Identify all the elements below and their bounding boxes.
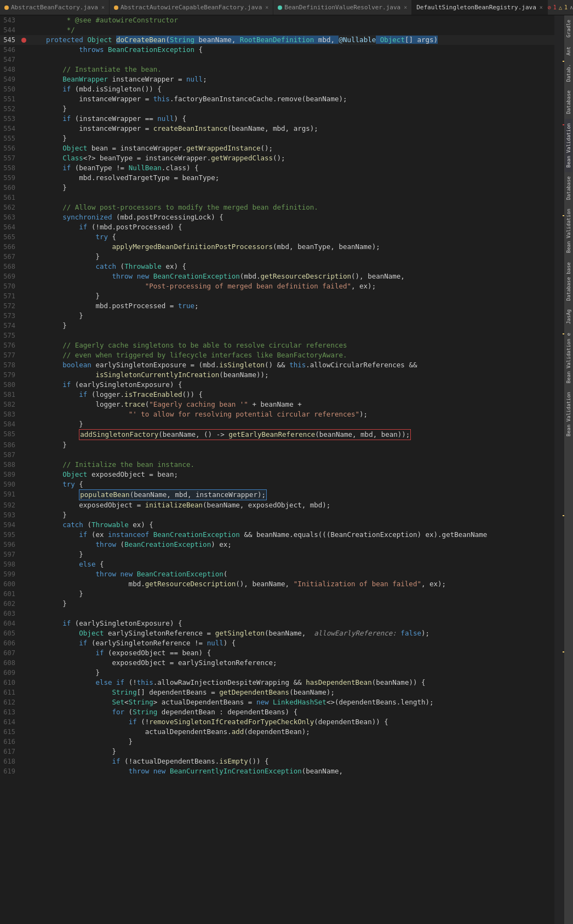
code-591: populateBean(beanName, mbd, instanceWrap… [27, 489, 554, 500]
gi-543 [20, 15, 27, 25]
code-553: if (instanceWrapper == null) { [27, 114, 554, 124]
breakpoint-dot[interactable] [21, 38, 26, 43]
tab-abstractbeanfactory[interactable]: AbstractBeanFactory.java × [0, 0, 110, 15]
line-row-552: 552 } [0, 104, 554, 114]
tab-beandefinitionvalue[interactable]: BeanDefinitionValueResolver.java × [273, 0, 412, 15]
panel-label-beanval4[interactable]: Bean Validation [565, 388, 572, 441]
panel-label-database2[interactable]: Database [565, 172, 572, 204]
line-row-612: 612 Set<String> actualDependentBeans = n… [0, 697, 554, 707]
line-num-619: 619 [0, 766, 20, 776]
line-row-616: 616 } [0, 737, 554, 747]
line-num-586: 586 [0, 440, 20, 450]
code-599: throw new BeanCreationException( [27, 569, 554, 579]
line-num-549: 549 [0, 74, 20, 84]
code-569: throw new BeanCreationException(mbd.getR… [27, 272, 554, 281]
code-editor[interactable]: 543 * @see #autowireConstructor 544 */ 5… [0, 15, 554, 924]
code-548: // Instantiate the bean. [27, 65, 554, 74]
scroll-marker-2 [563, 124, 564, 125]
code-571: } [27, 291, 554, 301]
line-row-546: 546 throws BeanCreationException { [0, 45, 554, 55]
tab-defaultsingleton[interactable]: DefaultSingletonBeanRegistry.java × [412, 0, 548, 15]
line-row-596: 596 throw (BeanCreationException) ex; [0, 540, 554, 550]
tab-label-4: DefaultSingletonBeanRegistry.java [416, 4, 536, 11]
line-num-600: 600 [0, 579, 20, 589]
panel-label-datab[interactable]: Datab. [565, 60, 572, 86]
line-row-594: 594 catch (Throwable ex) { [0, 520, 554, 530]
line-num-577: 577 [0, 350, 20, 360]
panel-label-gradle[interactable]: Gradle [565, 15, 572, 42]
line-num-565: 565 [0, 232, 20, 242]
line-num-589: 589 [0, 470, 20, 480]
code-567: } [27, 252, 554, 262]
line-num-610: 610 [0, 678, 20, 688]
line-row-614: 614 if (!removeSingletonIfCreatedForType… [0, 717, 554, 727]
line-row-560: 560 } [0, 183, 554, 193]
line-row-602: 602 } [0, 599, 554, 609]
code-593: } [27, 510, 554, 520]
line-row-573: 573 } [0, 311, 554, 321]
tab-dot-1 [4, 5, 9, 10]
line-num-572: 572 [0, 301, 20, 311]
line-row-610: 610 else if (!this.allowRawInjectionDesp… [0, 678, 554, 688]
line-row-603: 603 [0, 609, 554, 619]
line-row-607: 607 if (exposedObject == bean) { [0, 648, 554, 658]
line-num-599: 599 [0, 569, 20, 579]
line-row-587: 587 [0, 450, 554, 460]
code-552: } [27, 104, 554, 114]
editor-root: AbstractBeanFactory.java × AbstractAutow… [0, 0, 573, 924]
line-num-567: 567 [0, 252, 20, 262]
code-543: * @see #autowireConstructor [27, 15, 554, 25]
tab-close-4[interactable]: × [540, 4, 543, 10]
code-609: } [27, 668, 554, 678]
panel-label-databasebase[interactable]: Database base [565, 258, 572, 305]
code-556: Object bean = instanceWrapper.getWrapped… [27, 143, 554, 153]
tab-close-1[interactable]: × [101, 4, 105, 10]
line-row-549: 549 BeanWrapper instanceWrapper = null; [0, 74, 554, 84]
tab-close-3[interactable]: × [404, 4, 407, 10]
line-row-572: 572 mbd.postProcessed = true; [0, 301, 554, 311]
scrollbar-markers[interactable] [554, 15, 564, 924]
line-row-581: 581 if (logger.isTraceEnabled()) { [0, 390, 554, 400]
panel-label-beanval2[interactable]: Bean Validation [565, 204, 572, 257]
line-row-609: 609 } [0, 668, 554, 678]
code-615: actualDependentBeans.add(dependentBean); [27, 727, 554, 737]
code-577: // even when triggered by lifecycle inte… [27, 350, 554, 360]
line-num-615: 615 [0, 727, 20, 737]
panel-label-jasag[interactable]: JasAg [565, 305, 572, 328]
line-num-566: 566 [0, 242, 20, 252]
line-num-559: 559 [0, 173, 20, 183]
panel-label-ant[interactable]: Ant [565, 42, 572, 60]
line-row-604: 604 if (earlySingletonExposure) { [0, 619, 554, 628]
line-row-547: 547 [0, 55, 554, 65]
line-num-614: 614 [0, 717, 20, 727]
code-579: isSingletonCurrentlyInCreation(beanName)… [27, 370, 554, 380]
code-584: } [27, 419, 554, 429]
line-num-587: 587 [0, 450, 20, 460]
error-icon: ⊘ [548, 4, 551, 10]
line-num-570: 570 [0, 281, 20, 291]
panel-label-beanval1[interactable]: Bean Validation [565, 119, 572, 172]
line-row-595: 595 if (ex instanceof BeanCreationExcept… [0, 530, 554, 540]
panel-label-beanval3[interactable]: Bean Validation e [565, 328, 572, 388]
line-num-564: 564 [0, 222, 20, 232]
gi-545[interactable] [20, 35, 27, 45]
tab-label-2: AbstractAutowireCapableBeanFactory.java [121, 4, 262, 11]
far-right-panel: Gradle Ant Datab. Database Bean Validati… [564, 15, 573, 924]
tab-dot-2 [114, 5, 118, 10]
code-549: BeanWrapper instanceWrapper = null; [27, 74, 554, 84]
line-num-608: 608 [0, 658, 20, 668]
code-546: throws BeanCreationException { [27, 45, 554, 55]
line-row-615: 615 actualDependentBeans.add(dependentBe… [0, 727, 554, 737]
line-num-573: 573 [0, 311, 20, 321]
code-613: for (String dependentBean : dependentBea… [27, 707, 554, 717]
line-num-558: 558 [0, 163, 20, 173]
line-num-582: 582 [0, 400, 20, 409]
code-572: mbd.postProcessed = true; [27, 301, 554, 311]
line-num-574: 574 [0, 321, 20, 331]
tab-close-2[interactable]: × [265, 4, 268, 10]
line-row-586: 586 } [0, 440, 554, 450]
nav-up[interactable]: ∧ [570, 4, 573, 10]
panel-label-database1[interactable]: Database [565, 86, 572, 118]
tab-abstractautowire[interactable]: AbstractAutowireCapableBeanFactory.java … [110, 0, 273, 15]
code-564: if (!mbd.postProcessed) { [27, 222, 554, 232]
